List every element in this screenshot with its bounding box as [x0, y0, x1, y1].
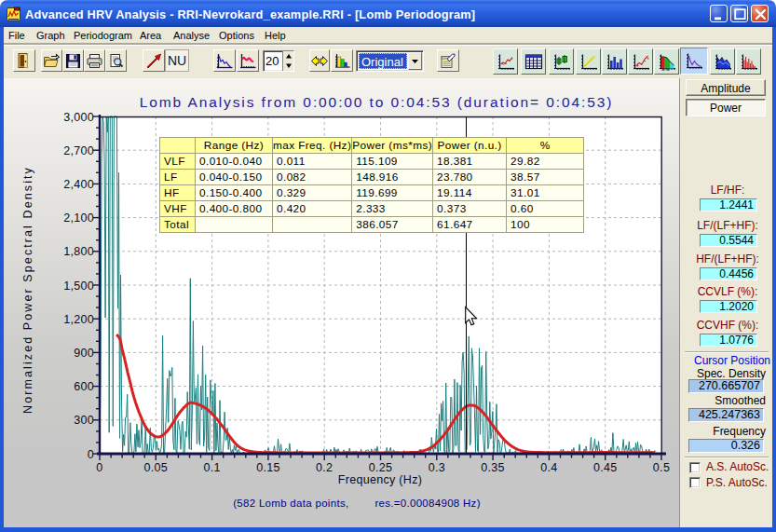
svg-text:0.3: 0.3 [429, 461, 445, 474]
svg-text:0: 0 [88, 448, 94, 461]
svg-text:600: 600 [74, 380, 94, 393]
svg-text:2,400: 2,400 [63, 178, 94, 191]
svg-text:0.4: 0.4 [540, 461, 557, 474]
svg-text:0.45: 0.45 [593, 461, 618, 474]
svg-text:0.5: 0.5 [653, 461, 670, 474]
svg-text:900: 900 [74, 347, 94, 360]
svg-text:0.15: 0.15 [256, 461, 280, 474]
svg-text:0.35: 0.35 [481, 461, 505, 474]
svg-text:1,500: 1,500 [63, 280, 94, 293]
svg-text:Frequency (Hz): Frequency (Hz) [338, 473, 422, 486]
svg-text:0: 0 [96, 461, 102, 474]
svg-text:0.2: 0.2 [316, 461, 333, 474]
svg-text:2,100: 2,100 [63, 211, 94, 225]
svg-text:NK: NK [15, 7, 20, 11]
svg-text:1,200: 1,200 [63, 313, 94, 326]
svg-text:1,800: 1,800 [63, 245, 94, 258]
svg-text:2,700: 2,700 [63, 144, 94, 157]
svg-text:300: 300 [74, 414, 94, 427]
svg-text:0.05: 0.05 [144, 461, 169, 474]
svg-text:0.25: 0.25 [369, 461, 393, 474]
svg-text:Normalized Power Spectral Dens: Normalized Power Spectral Density [21, 166, 34, 414]
svg-text:0.1: 0.1 [203, 461, 220, 474]
svg-text:3,000: 3,000 [63, 111, 94, 124]
